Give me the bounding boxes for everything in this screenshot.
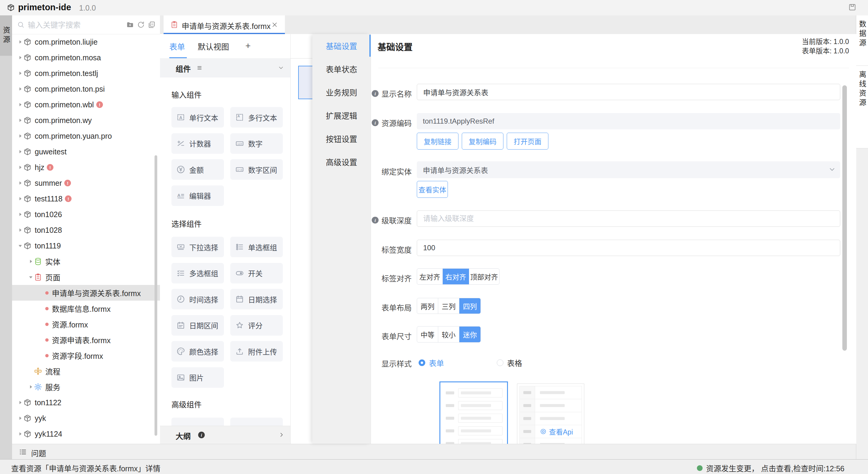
chevron-right-icon[interactable] [278,432,285,438]
settings-nav-按钮设置[interactable]: 按钮设置 [312,127,371,150]
caret-right-icon[interactable] [17,102,23,108]
palette-item[interactable]: 时间选择 [172,289,224,309]
tree-item-flow[interactable]: 流程 [12,363,160,379]
caret-right-icon[interactable] [17,180,23,186]
palette-item[interactable]: 图片 [172,367,224,388]
caret-right-icon[interactable] [17,400,23,406]
tree-item-package[interactable]: ton1026 [12,207,160,222]
tree-scrollbar[interactable] [155,155,157,436]
palette-item[interactable]: 下拉选择 [172,237,224,257]
tree-item-package[interactable]: com.primeton.wbl! [12,97,160,112]
tree-item-package[interactable]: com.primeton.mosa [12,50,160,65]
settings-scrollbar[interactable] [842,85,847,351]
tree-item-file[interactable]: 资源申请表.formx [12,332,160,348]
tree-item-package[interactable]: ton1122 [12,395,160,410]
radio-icon[interactable] [497,360,503,366]
palette-item[interactable]: 123数字 [230,133,283,154]
segment-中等[interactable]: 中等 [417,327,438,342]
view-api-link[interactable]: 查看Api [540,426,573,437]
tree-item-package[interactable]: com.primeton.testlj [12,65,160,81]
settings-nav-高级设置[interactable]: 高级设置 [312,150,371,173]
copy-code-button[interactable]: 复制编码 [462,133,503,149]
caret-right-icon[interactable] [28,259,34,265]
view-entity-button[interactable]: 查看实体 [417,181,448,198]
radio-icon[interactable] [418,360,425,366]
caret-right-icon[interactable] [17,149,23,155]
tab-offline-resources[interactable]: 离线资源 [856,66,868,148]
form-style-preview[interactable] [439,381,508,444]
tree-item-package[interactable]: hjz! [12,160,160,175]
tree-item-package[interactable]: com.primeton.yuan.pro [12,128,160,144]
add-view-button[interactable]: + [245,41,251,51]
caret-down-icon[interactable] [28,274,34,280]
palette-item[interactable]: 附件上传 [230,341,283,362]
tree-item-entity[interactable]: 实体 [12,253,160,269]
tree-item-file[interactable]: 资源字段.formx [12,348,160,363]
tree-item-package[interactable]: com.primeton.ton.psi [12,81,160,97]
segment-较小[interactable]: 较小 [438,327,459,342]
palette-item[interactable]: A编辑器 [172,185,224,206]
segment-顶部对齐[interactable]: 顶部对齐 [469,269,499,284]
tree-item-file[interactable]: 申请单与资源关系表.formx [12,285,160,301]
settings-nav-扩展逻辑[interactable]: 扩展逻辑 [312,104,371,127]
segment-三列[interactable]: 三列 [438,298,459,314]
cascade-depth-input[interactable] [417,210,840,227]
caret-right-icon[interactable] [17,196,23,202]
palette-item-partial[interactable] [230,418,283,426]
caret-right-icon[interactable] [28,384,34,390]
palette-item[interactable]: 多选框组 [172,263,224,283]
outline-bar[interactable]: 大纲 i [160,426,290,444]
tree-item-package[interactable]: com.primeton.wy [12,112,160,128]
tab-form[interactable]: 表单 [169,41,185,52]
palette-item[interactable]: 评分 [230,315,283,336]
info-icon[interactable]: i [198,431,205,439]
caret-down-icon[interactable] [17,243,23,249]
refresh-icon[interactable] [137,21,145,29]
radio-表单[interactable]: 表单 [418,357,444,368]
tree-item-package[interactable]: test1118! [12,191,160,207]
new-folder-icon[interactable] [126,21,134,29]
palette-item[interactable]: 1~3数字区间 [230,159,283,180]
palette-item[interactable]: 单选框组 [230,237,283,257]
caret-right-icon[interactable] [17,86,23,92]
caret-right-icon[interactable] [17,133,23,139]
tab-default-view[interactable]: 默认视图 [198,41,229,52]
caret-right-icon[interactable] [17,39,23,45]
palette-item[interactable]: 开关 [230,263,283,283]
table-style-preview[interactable]: 查看Api [517,383,584,444]
segment-四列[interactable]: 四列 [459,298,480,314]
settings-nav-表单状态[interactable]: 表单状态 [312,57,371,80]
save-icon[interactable] [848,3,857,11]
copy-link-button[interactable]: 复制链接 [417,133,459,149]
tree-item-package[interactable]: yyk [12,410,160,426]
sidebar-tab-resources[interactable]: 资源 [0,15,12,56]
info-icon[interactable]: i [371,119,379,127]
radio-表格[interactable]: 表格 [497,357,522,368]
caret-right-icon[interactable] [17,415,23,421]
caret-right-icon[interactable] [17,70,23,76]
bind-entity-select[interactable]: 申请单与资源关系表 [417,161,840,178]
tree-item-file[interactable]: 资源.formx [12,316,160,332]
tree-item-package[interactable]: guweitest [12,144,160,160]
label-width-input[interactable] [417,240,840,256]
caret-right-icon[interactable] [17,117,23,123]
caret-right-icon[interactable] [17,227,23,233]
status-right[interactable]: 资源发生变更， 点击查看,检查时间:12:56 [697,463,844,473]
chevron-down-icon[interactable] [278,65,284,71]
problems-bar[interactable]: 问题 [12,444,856,460]
display-name-input[interactable] [417,84,840,100]
palette-item[interactable]: A多行文本 [230,107,283,128]
caret-right-icon[interactable] [17,55,23,61]
tree-item-package[interactable]: ton1119 [12,238,160,253]
segment-迷你[interactable]: 迷你 [459,327,480,342]
tree-item-package[interactable]: summer! [12,175,160,191]
segment-两列[interactable]: 两列 [417,298,438,314]
palette-item[interactable]: 颜色选择 [172,341,224,362]
tree-item-package[interactable]: com.primeton.liujie [12,34,160,50]
palette-item[interactable]: A单行文本 [172,107,224,128]
tree-item-package[interactable]: yyk1124 [12,426,160,442]
tab-datasource[interactable]: 数据源 [856,15,868,66]
info-icon[interactable]: i [371,90,379,97]
caret-right-icon[interactable] [17,164,23,170]
tree-item-service[interactable]: 服务 [12,379,160,395]
